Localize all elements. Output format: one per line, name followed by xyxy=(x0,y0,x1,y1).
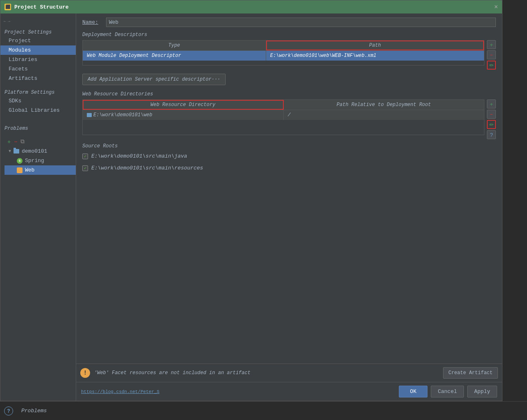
spring-icon: S xyxy=(17,158,23,164)
project-settings-label: Project Settings xyxy=(0,27,76,36)
web-res-buttons: + − ✏ ? xyxy=(487,99,496,139)
web-res-pathrel-cell: / xyxy=(284,110,484,120)
web-res-edit-button[interactable]: ✏ xyxy=(487,120,496,129)
problems-label: Problems xyxy=(0,123,76,132)
sidebar: ← → Project Settings Project Modules Lib… xyxy=(0,14,76,401)
nav-row: ← → xyxy=(0,16,76,27)
path-header: Path xyxy=(266,41,484,50)
sidebar-modules-label: Modules xyxy=(9,47,31,53)
tree-spring-item[interactable]: S Spring xyxy=(5,156,76,165)
source-root-2-row: E:\work\demo0101\src\main\resources xyxy=(82,163,496,173)
sidebar-item-project[interactable]: Project xyxy=(0,36,76,45)
nav-back-icon[interactable]: ← xyxy=(4,19,6,24)
web-res-add-button[interactable]: + xyxy=(487,99,496,108)
web-resource-table: Web Resource Directory Path Relative to … xyxy=(82,99,484,135)
problems-tab[interactable]: Problems xyxy=(21,408,47,414)
cancel-button[interactable]: Cancel xyxy=(431,386,464,397)
sidebar-project-label: Project xyxy=(9,38,31,44)
sidebar-item-global-libraries[interactable]: Global Libraries xyxy=(0,106,76,115)
sidebar-libraries-label: Libraries xyxy=(9,56,37,63)
source-root-1-row: E:\work\demo0101\src\main\java xyxy=(82,151,496,161)
taskbar: ? Problems xyxy=(0,401,527,420)
sdks-label: SDKs xyxy=(9,98,21,104)
add-server-button[interactable]: Add Application Server specific descript… xyxy=(82,74,226,85)
dialog-icon: ⬛ xyxy=(5,4,11,10)
warning-text: 'Web' Facet resources are not included i… xyxy=(94,370,439,376)
web-resource-title: Web Resource Directories xyxy=(82,91,496,97)
source-root-1-checkbox[interactable] xyxy=(82,154,88,159)
tree-add-button[interactable]: + xyxy=(7,138,11,145)
platform-settings-label: Platform Settings xyxy=(0,87,76,96)
row-path: E:\work\demo0101\web\WEB-INF\web.xml xyxy=(266,51,484,61)
name-input[interactable] xyxy=(106,18,496,27)
type-header: Type xyxy=(83,41,266,50)
tree-demo-label: demo0101 xyxy=(22,148,47,154)
name-label: Name: xyxy=(82,19,103,25)
ok-button[interactable]: OK xyxy=(399,386,427,397)
tree-toolbar: + − ⧉ xyxy=(5,136,76,147)
sidebar-artifacts-label: Artifacts xyxy=(9,75,37,81)
sidebar-facets-label: Facets xyxy=(9,66,28,72)
sidebar-item-libraries[interactable]: Libraries xyxy=(0,55,76,64)
name-row: Name: xyxy=(82,18,496,27)
tree-expand-icon: ▼ xyxy=(9,149,11,154)
project-structure-dialog: ⬛ Project Structure × ← → Project Settin… xyxy=(0,0,502,401)
right-panel: Name: Deployment Descriptors Type Path W… xyxy=(76,14,502,401)
deployment-table-header: Type Path xyxy=(83,41,484,51)
row-type: Web Module Deployment Descriptor xyxy=(83,51,266,61)
source-roots-title: Source Roots xyxy=(82,143,496,149)
web-res-header: Web Resource Directory Path Relative to … xyxy=(83,100,484,110)
close-button[interactable]: × xyxy=(494,3,498,11)
tree-web-item[interactable]: Web xyxy=(5,165,76,175)
deployment-table: Type Path Web Module Deployment Descript… xyxy=(82,40,484,65)
titlebar: ⬛ Project Structure × xyxy=(0,0,502,14)
folder-icon xyxy=(14,149,19,154)
deployment-table-row[interactable]: Web Module Deployment Descriptor E:\work… xyxy=(83,51,484,61)
source-root-1-path: E:\work\demo0101\src\main\java xyxy=(91,153,187,159)
titlebar-left: ⬛ Project Structure xyxy=(5,4,69,10)
nav-forward-icon[interactable]: → xyxy=(8,19,10,24)
module-tree: + − ⧉ ▼ demo0101 S Spring Web xyxy=(0,136,76,175)
bottom-link[interactable]: https://blog.csdn.net/Peter_S xyxy=(81,389,159,394)
create-artifact-button[interactable]: Create Artifact xyxy=(443,367,498,379)
deployment-add-button[interactable]: + xyxy=(487,40,496,49)
tree-remove-button[interactable]: − xyxy=(13,138,18,145)
sidebar-item-modules[interactable]: Modules xyxy=(0,45,76,55)
main-content: ← → Project Settings Project Modules Lib… xyxy=(0,14,502,401)
source-roots-section: Source Roots E:\work\demo0101\src\main\j… xyxy=(82,143,496,173)
tree-spring-label: Spring xyxy=(25,158,44,164)
web-res-pathrel-header: Path Relative to Deployment Root xyxy=(284,100,484,110)
blue-folder-icon xyxy=(87,113,92,117)
web-res-dir-header: Web Resource Directory xyxy=(83,100,284,110)
right-content: Name: Deployment Descriptors Type Path W… xyxy=(76,14,502,364)
warning-row: ! 'Web' Facet resources are not included… xyxy=(76,364,502,382)
deployment-table-buttons: + − ✏ xyxy=(487,40,496,70)
tree-web-label: Web xyxy=(25,167,34,173)
bottom-bar: https://blog.csdn.net/Peter_S OK Cancel … xyxy=(76,382,502,401)
sidebar-item-artifacts[interactable]: Artifacts xyxy=(0,74,76,83)
dialog-title: Project Structure xyxy=(14,4,69,10)
apply-button[interactable]: Apply xyxy=(467,386,497,397)
tree-demo-item[interactable]: ▼ demo0101 xyxy=(5,147,76,156)
web-res-table-row[interactable]: E:\work\demo0101\web / xyxy=(83,110,484,120)
web-icon xyxy=(17,167,23,173)
deployment-table-area: Type Path Web Module Deployment Descript… xyxy=(82,40,496,70)
web-res-dir-cell: E:\work\demo0101\web xyxy=(83,110,284,120)
web-res-help-button[interactable]: ? xyxy=(487,130,496,139)
deployment-remove-button[interactable]: − xyxy=(487,50,496,59)
source-root-2-checkbox[interactable] xyxy=(82,165,88,171)
web-res-dir-value: E:\work\demo0101\web xyxy=(93,112,152,118)
global-libraries-label: Global Libraries xyxy=(9,107,60,113)
web-res-table-area: Web Resource Directory Path Relative to … xyxy=(82,99,496,139)
help-button[interactable]: ? xyxy=(4,406,13,415)
sidebar-item-sdks[interactable]: SDKs xyxy=(0,96,76,106)
tree-copy-button[interactable]: ⧉ xyxy=(20,138,25,145)
web-res-remove-button[interactable]: − xyxy=(487,110,496,119)
deployment-edit-button[interactable]: ✏ xyxy=(487,61,496,70)
warning-icon: ! xyxy=(80,368,90,378)
sidebar-item-facets[interactable]: Facets xyxy=(0,64,76,74)
source-root-2-path: E:\work\demo0101\src\main\resources xyxy=(91,165,203,171)
deployment-descriptors-title: Deployment Descriptors xyxy=(82,32,496,38)
